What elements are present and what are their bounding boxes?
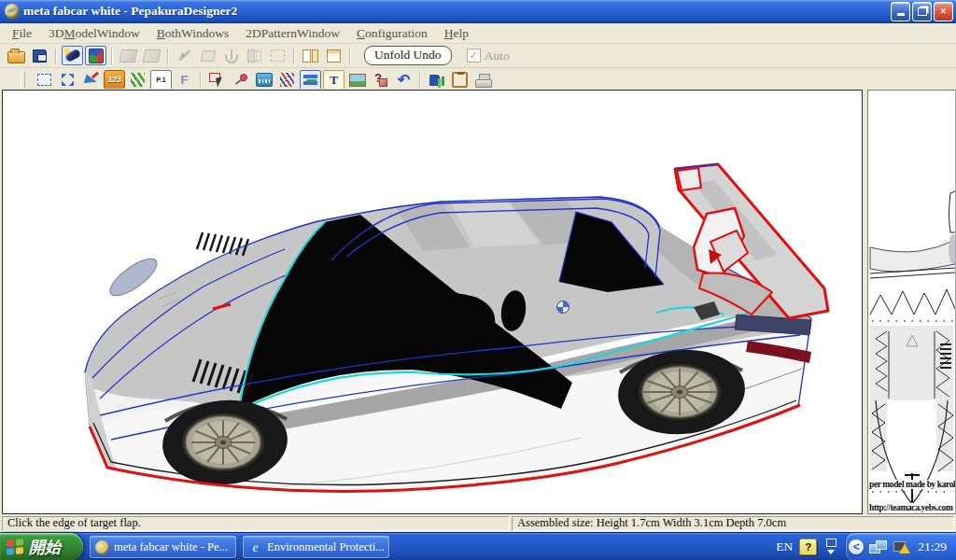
security-alert-icon[interactable]: [893, 539, 910, 554]
assembled-size: Assembled size: Height 1.7cm Width 3.1cm…: [512, 516, 954, 531]
language-bar-options-icon[interactable]: [824, 539, 837, 555]
undo-icon[interactable]: ↶: [393, 70, 415, 90]
marquee-icon[interactable]: [267, 46, 288, 65]
auto-checkbox[interactable]: ✓: [467, 49, 481, 63]
page-icon[interactable]: P.1: [150, 70, 172, 90]
one-pane-icon[interactable]: [323, 46, 344, 65]
work-area: per model made by karoliver http://teama…: [0, 89, 956, 515]
pen-icon[interactable]: [174, 46, 195, 65]
menu-bar: File3DModelWindowBothWindows2DPatternWin…: [0, 23, 956, 44]
start-button[interactable]: 開始: [0, 533, 83, 560]
pattern-credit-line1: per model made by karoliver: [869, 480, 955, 489]
car-3d-model: [3, 91, 862, 513]
help-box-icon[interactable]: ?: [370, 70, 391, 90]
select-rect-icon[interactable]: [34, 70, 55, 90]
menu-file[interactable]: File: [4, 25, 40, 42]
menu-help[interactable]: Help: [436, 25, 477, 42]
status-bar: Click the edge of target flap. Assembled…: [0, 515, 956, 532]
network-icon[interactable]: [869, 539, 888, 554]
close-button[interactable]: ×: [934, 2, 953, 21]
color-lines-icon[interactable]: [276, 70, 298, 90]
unfold-flat-icon[interactable]: [118, 46, 139, 65]
flap-shape-icon[interactable]: [300, 70, 321, 90]
start-label: 開始: [29, 537, 61, 558]
toolbar-separator: [111, 48, 113, 64]
restore-button[interactable]: [912, 2, 932, 21]
anchor-icon[interactable]: [220, 46, 242, 65]
pattern-drawing: [868, 91, 955, 513]
task-label: Environmental Protecti...: [267, 540, 385, 554]
toolbar-separator: [293, 48, 295, 64]
language-indicator[interactable]: EN: [776, 539, 793, 554]
window-title: meta fabcar white - PepakuraDesigner2: [23, 4, 889, 19]
edit-mode-icon[interactable]: [62, 46, 83, 65]
toolbar-row1: Unfold Undo ✓ Auto: [0, 44, 956, 68]
taskbar-task-ie[interactable]: eEnvironmental Protecti...: [243, 536, 389, 558]
save-icon[interactable]: [29, 46, 50, 65]
fit-arrows-icon[interactable]: [57, 70, 78, 90]
menu-3dmodelwindow[interactable]: 3DModelWindow: [40, 25, 148, 42]
sewing-icon[interactable]: [253, 70, 274, 90]
box-icon[interactable]: [197, 46, 218, 65]
numbers-icon[interactable]: 123: [104, 70, 125, 90]
menu-bothwindows[interactable]: BothWindows: [148, 25, 237, 42]
ie-icon: e: [248, 540, 262, 554]
pattern-credit-line2: http://teamaca.yebs.com: [869, 503, 955, 512]
text-icon[interactable]: T: [323, 70, 344, 90]
3d-model-viewport[interactable]: [2, 90, 863, 514]
edit-pen2-icon[interactable]: [80, 70, 102, 90]
status-message: Click the edge of target flap.: [2, 516, 510, 531]
toolbar-separator: [55, 48, 57, 64]
connect-nodes-icon[interactable]: [230, 70, 251, 90]
flag-icon[interactable]: F: [174, 70, 195, 90]
toolbar-separator: [200, 72, 202, 89]
green-lines-icon[interactable]: [127, 70, 148, 90]
menu-configuration[interactable]: Configuration: [348, 25, 436, 42]
unfold-color-icon[interactable]: [141, 46, 162, 65]
ime-help-icon[interactable]: ?: [799, 539, 817, 555]
app-icon: [5, 4, 20, 19]
mirror-icon[interactable]: [244, 46, 265, 65]
export-icon[interactable]: [426, 70, 447, 90]
clipboard-icon[interactable]: [449, 70, 471, 90]
auto-label: Auto: [485, 49, 510, 63]
menu-2dpatternwindow[interactable]: 2DPatternWindow: [237, 25, 348, 42]
task-label: meta fabcar white - Pe...: [114, 540, 228, 554]
toolbar-separator: [167, 48, 169, 64]
2d-pattern-panel[interactable]: per model made by karoliver http://teama…: [867, 90, 956, 514]
pepakura-icon: [95, 540, 109, 554]
auto-checkbox-group[interactable]: ✓ Auto: [467, 49, 510, 63]
open-folder-icon[interactable]: [6, 46, 27, 65]
windows-logo-icon: [7, 539, 23, 555]
tray-chevron-icon[interactable]: <: [849, 539, 864, 554]
select-flap-icon[interactable]: [206, 70, 228, 90]
two-pane-icon[interactable]: [300, 46, 321, 65]
title-bar: meta fabcar white - PepakuraDesigner2 ×: [0, 0, 956, 23]
toolbar-separator: [419, 72, 421, 89]
print-icon[interactable]: [472, 70, 494, 90]
system-tray: < 21:29: [845, 533, 956, 560]
minimize-button[interactable]: [891, 2, 910, 21]
texture-view-icon[interactable]: [85, 46, 106, 65]
clock: 21:29: [918, 539, 947, 554]
taskbar: 開始 meta fabcar white - Pe...eEnvironment…: [0, 532, 956, 560]
taskbar-task-pepakura[interactable]: meta fabcar white - Pe...: [90, 536, 236, 558]
image-icon[interactable]: [346, 70, 368, 90]
toolbar-separator: [349, 48, 351, 64]
toolbar-grip[interactable]: [21, 72, 25, 88]
unfold-undo-button[interactable]: Unfold Undo: [364, 46, 452, 65]
